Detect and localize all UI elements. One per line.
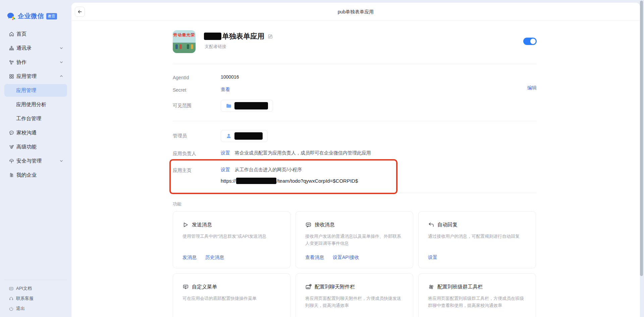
power-icon [9, 306, 14, 311]
card-title: 自定义菜单 [192, 284, 217, 290]
panel-header: pub单独表单应用 [71, 3, 640, 21]
sidebar-item-my-company[interactable]: 我的企业 [0, 168, 71, 182]
card-class-group-toolbar: 配置到班级群工具栏 将应用页面配置到班级群工具栏，方便成员在班级群聊中查看和使用… [418, 273, 536, 317]
card-description: 接收用户发送的普通消息以及菜单操作、外部联系人变更回调等事件信息 [305, 233, 404, 247]
app-home-label: 应用主页 [173, 167, 221, 174]
owner-description: 将企业成员配置为应用负责人，成员即可在企业微信内管理此应用 [235, 150, 371, 156]
visible-scope-chip[interactable] [221, 100, 273, 112]
card-description: 将应用页面配置到聊天附件栏，方便成员快捷发送到聊天，提高沟通效率 [305, 295, 404, 309]
app-head: 劳动最光荣 单独表单应用 支配者链接 [173, 30, 537, 53]
logo-text: 企业微信 [18, 12, 44, 20]
sidebar-item-contact-support[interactable]: 联系客服 [0, 293, 71, 304]
card-title: 配置到聊天附件栏 [315, 284, 355, 290]
back-button[interactable] [75, 7, 85, 17]
sidebar-item-security-management[interactable]: 安全与管理 [0, 154, 71, 168]
sidebar: 企业微信 教育 首页 通讯录 协作 应用管理 应用管理 应用使用分析 [0, 0, 71, 317]
section-divider [173, 121, 537, 121]
auto-reply-icon [428, 222, 434, 228]
sidebar-item-label: API文档 [16, 285, 32, 291]
sidebar-item-workbench-management[interactable]: 工作台管理 [0, 111, 71, 126]
sidebar-item-label: 通讯录 [16, 45, 32, 51]
visible-scope-label: 可见范围 [173, 100, 221, 109]
sidebar-item-label: 工作台管理 [16, 116, 41, 122]
app-icon: 劳动最光荣 [173, 30, 196, 53]
chat-attachment-icon [305, 284, 312, 290]
sidebar-nav: 首页 通讯录 协作 应用管理 应用管理 应用使用分析 工作台管理 家校沟通 [0, 27, 71, 182]
visible-scope-row: 可见范围 [173, 100, 537, 112]
sidebar-item-label: 应用管理 [16, 87, 36, 94]
app-icon-caption: 劳动最光荣 [173, 32, 196, 38]
receive-message-icon [305, 222, 312, 228]
chevron-down-icon [59, 60, 63, 64]
sidebar-item-label: 联系客服 [16, 296, 34, 302]
sidebar-item-collaboration[interactable]: 协作 [0, 55, 71, 69]
card-custom-menu: 自定义菜单 可在应用会话的底部配置快捷操作菜单 设置 [173, 273, 290, 317]
history-message-link[interactable]: 历史消息 [205, 255, 224, 261]
redacted-scope-value [234, 102, 268, 109]
admin-label: 管理员 [173, 130, 221, 139]
arrow-left-icon [77, 9, 83, 14]
url-prefix: https:// [221, 178, 236, 184]
detail-rows: AgentId 1000016 编辑 Secret 查看 可见范围 管理员 [173, 74, 537, 317]
send-message-link[interactable]: 发消息 [182, 255, 197, 261]
vertical-scrollbar[interactable] [640, 1, 643, 276]
apps-grid-icon [9, 74, 14, 79]
chat-bubble-icon [9, 130, 14, 136]
redacted-app-name-prefix [204, 33, 221, 40]
sidebar-item-app-management-sub[interactable]: 应用管理 [4, 84, 67, 97]
home-set-link[interactable]: 设置 [221, 167, 230, 173]
secret-row: Secret 查看 [173, 87, 537, 93]
view-message-link[interactable]: 查看消息 [305, 255, 324, 261]
admin-chip[interactable] [221, 130, 268, 142]
sidebar-item-label: 应用管理 [16, 73, 37, 80]
sidebar-item-advanced-features[interactable]: 高级功能 [0, 140, 71, 154]
wecom-logo-icon [7, 12, 16, 21]
edit-link[interactable]: 编辑 [527, 85, 537, 91]
sidebar-item-logout[interactable]: 退出 [0, 304, 71, 314]
secret-view-link[interactable]: 查看 [221, 87, 230, 93]
set-api-receive-link[interactable]: 设置API接收 [333, 255, 359, 261]
sidebar-item-label: 安全与管理 [16, 158, 42, 164]
agentid-label: AgentId [173, 74, 221, 80]
agentid-value: 1000016 [221, 74, 239, 80]
app-name: 单独表单应用 [222, 32, 264, 41]
folder-icon [226, 103, 232, 109]
app-enabled-toggle[interactable] [523, 38, 537, 45]
sidebar-item-home-school[interactable]: 家校沟通 [0, 126, 71, 140]
card-title: 配置到班级群工具栏 [437, 284, 483, 290]
home-description: 从工作台点击进入的网页/小程序 [235, 167, 302, 173]
sidebar-item-contacts[interactable]: 通讯录 [0, 41, 71, 55]
url-suffix: /team/todo?qywxCorpId=$CORPID$ [277, 178, 358, 184]
chevron-down-icon [59, 46, 63, 50]
chevron-down-icon [59, 159, 63, 163]
card-description: 将应用页面配置到班级群工具栏，方便成员在班级群聊中查看和使用，提高家校沟通效率 [428, 295, 526, 309]
edu-badge: 教育 [46, 13, 57, 19]
sidebar-item-home[interactable]: 首页 [0, 27, 71, 41]
person-icon [226, 133, 232, 139]
sidebar-item-label: 应用使用分析 [16, 101, 46, 108]
section-divider [173, 193, 537, 193]
sidebar-item-app-usage-analysis[interactable]: 应用使用分析 [0, 97, 71, 111]
app-subtitle: 支配者链接 [205, 44, 226, 50]
send-message-icon [182, 222, 189, 228]
sidebar-item-api-docs[interactable]: API API文档 [0, 283, 71, 293]
admin-row: 管理员 [173, 130, 537, 142]
sidebar-item-app-management[interactable]: 应用管理 [0, 69, 71, 83]
owner-set-link[interactable]: 设置 [221, 150, 230, 156]
redacted-url-domain [236, 178, 276, 184]
home-icon [9, 31, 14, 37]
sidebar-item-label: 高级功能 [16, 144, 37, 150]
feature-cards: 发送消息 使用管理工具中的“消息群发”或API发送消息 发消息 历史消息 接收消… [173, 211, 537, 317]
sidebar-item-label: 我的企业 [16, 172, 37, 178]
card-description: 通过接收用户的消息，可配置规则进行自动回复 [428, 233, 526, 240]
edit-name-icon[interactable] [268, 34, 273, 39]
app-owner-row: 应用负责人 设置 将企业成员配置为应用负责人，成员即可在企业微信内管理此应用 [173, 150, 537, 157]
page-title: pub单独表单应用 [71, 3, 640, 21]
advanced-features-icon [9, 144, 14, 150]
sidebar-item-label: 首页 [16, 31, 26, 37]
card-send-message: 发送消息 使用管理工具中的“消息群发”或API发送消息 发消息 历史消息 [173, 211, 290, 268]
redacted-admin-name [234, 132, 263, 140]
auto-reply-set-link[interactable]: 设置 [428, 255, 437, 261]
card-title: 发送消息 [192, 222, 212, 228]
sidebar-item-label: 家校沟通 [16, 130, 37, 136]
